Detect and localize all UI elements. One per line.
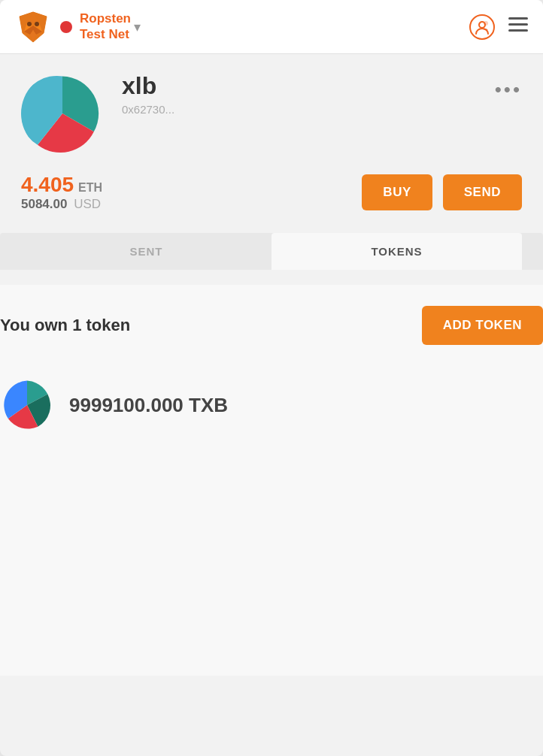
send-button[interactable]: SEND (443, 174, 522, 210)
tab-sent[interactable]: SENT (21, 233, 272, 270)
account-switcher-icon[interactable] (469, 14, 495, 40)
account-name: xlb (122, 72, 522, 100)
svg-point-12 (484, 21, 488, 26)
header-actions (469, 14, 528, 40)
usd-balance: 5084.00 USD (21, 197, 102, 212)
svg-rect-14 (508, 23, 528, 26)
buy-button[interactable]: BUY (362, 174, 432, 210)
header: Ropsten Test Net ▾ (0, 0, 543, 54)
eth-label: ETH (78, 181, 102, 195)
usd-label: USD (74, 197, 101, 211)
eth-amount: 4.405 (21, 173, 74, 197)
usd-amount: 5084.00 (21, 197, 67, 211)
more-options-button[interactable]: ••• (495, 78, 522, 101)
network-status-dot (60, 21, 72, 33)
account-address: 0x62730... (122, 103, 522, 116)
tabs-container: SENT TOKENS (0, 233, 543, 270)
metamask-logo (15, 9, 51, 45)
add-token-button[interactable]: ADD TOKEN (422, 306, 543, 345)
app-container: Ropsten Test Net ▾ (0, 0, 543, 756)
svg-rect-15 (508, 29, 528, 32)
network-name-block[interactable]: Ropsten Test Net (80, 11, 131, 42)
network-name: Ropsten (80, 11, 131, 26)
token-avatar (0, 378, 54, 432)
svg-point-8 (35, 22, 39, 26)
menu-icon[interactable] (508, 17, 528, 37)
account-avatar (21, 72, 104, 155)
tokens-section: You own 1 token ADD TOKEN 9999100.000 TX… (0, 285, 543, 676)
eth-balance: 4.405 ETH (21, 173, 102, 197)
account-info: xlb 0x62730... (122, 72, 522, 116)
tab-tokens[interactable]: TOKENS (272, 233, 522, 270)
network-sub: Test Net (80, 27, 131, 42)
action-buttons: BUY SEND (362, 174, 522, 210)
balance-display: 4.405 ETH 5084.00 USD (21, 173, 102, 212)
token-item[interactable]: 9999100.000 TXB (0, 369, 543, 441)
token-balance: 9999100.000 TXB (69, 394, 228, 417)
tokens-header: You own 1 token ADD TOKEN (0, 306, 543, 345)
tokens-count-label: You own 1 token (0, 316, 130, 335)
svg-rect-13 (508, 17, 528, 20)
main-content: xlb 0x62730... ••• 4.405 ETH 5084.00 USD… (0, 54, 543, 285)
balance-section: 4.405 ETH 5084.00 USD BUY SEND (21, 173, 522, 212)
account-section: xlb 0x62730... ••• (21, 72, 522, 155)
network-chevron-icon[interactable]: ▾ (134, 19, 141, 35)
svg-point-7 (27, 22, 32, 26)
